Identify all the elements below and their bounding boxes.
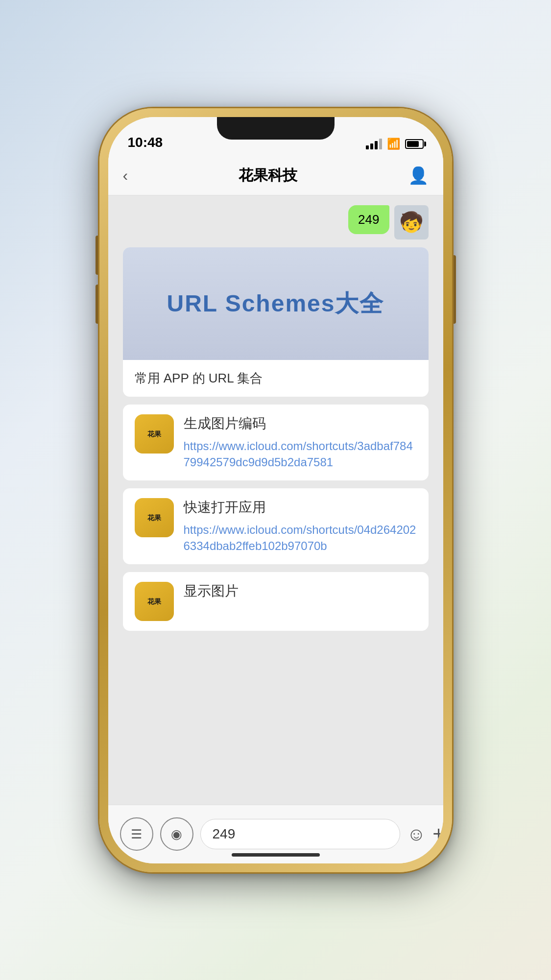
wifi-icon: 📶 [387, 138, 400, 150]
menu-icon: ☰ [131, 827, 142, 842]
message-input[interactable] [200, 819, 400, 849]
notch [217, 117, 335, 140]
status-time: 10:48 [128, 135, 163, 150]
item-content-3: 显示图片 [184, 582, 417, 605]
sent-message-bubble: 249 [348, 205, 389, 234]
signal-bar-4 [379, 139, 382, 149]
app-icon-3: 花果 [135, 582, 174, 621]
signal-bar-1 [366, 145, 369, 149]
list-item[interactable]: 花果 显示图片 [123, 572, 429, 631]
signal-bar-3 [375, 141, 378, 149]
nav-title: 花果科技 [239, 166, 297, 186]
item-content-2: 快速打开应用 https://www.icloud.com/shortcuts/… [184, 498, 417, 554]
card-subtitle: 常用 APP 的 URL 集合 [123, 360, 429, 397]
signal-bar-2 [370, 143, 373, 149]
phone-screen: 10:48 📶 ‹ 花果科技 👤 [108, 117, 443, 863]
item-content-1: 生成图片编码 https://www.icloud.com/shortcuts/… [184, 414, 417, 471]
avatar: 🧒 [394, 205, 429, 239]
item-title-1: 生成图片编码 [184, 414, 417, 433]
nav-bar: ‹ 花果科技 👤 [108, 156, 443, 195]
sent-message-text: 249 [358, 212, 379, 227]
content-area: 249 🧒 URL Schemes大全 常用 APP 的 URL 集合 花果 [108, 195, 443, 805]
app-icon-2: 花果 [135, 498, 174, 537]
card-banner-title: URL Schemes大全 [167, 288, 384, 319]
voice-icon: ◉ [171, 827, 182, 842]
contact-button[interactable]: 👤 [408, 166, 429, 185]
item-link-2[interactable]: https://www.icloud.com/shortcuts/04d2642… [184, 522, 417, 554]
status-icons: 📶 [366, 138, 424, 150]
menu-button[interactable]: ☰ [120, 817, 153, 851]
card-banner: URL Schemes大全 [123, 247, 429, 360]
battery-fill [407, 141, 419, 147]
phone-frame: 10:48 📶 ‹ 花果科技 👤 [99, 108, 452, 872]
plus-button[interactable]: + [432, 822, 443, 846]
battery-icon [405, 139, 424, 149]
app-icon-1: 花果 [135, 414, 174, 454]
list-item[interactable]: 花果 快速打开应用 https://www.icloud.com/shortcu… [123, 488, 429, 564]
emoji-button[interactable]: ☺ [407, 824, 426, 845]
home-indicator [232, 853, 320, 857]
item-link-1[interactable]: https://www.icloud.com/shortcuts/3adbaf7… [184, 438, 417, 471]
voice-button[interactable]: ◉ [160, 817, 193, 851]
signal-icon [366, 139, 382, 149]
item-title-2: 快速打开应用 [184, 498, 417, 517]
sent-message-row: 249 🧒 [123, 205, 429, 239]
card-message[interactable]: URL Schemes大全 常用 APP 的 URL 集合 [123, 247, 429, 397]
item-title-3: 显示图片 [184, 582, 417, 600]
list-item[interactable]: 花果 生成图片编码 https://www.icloud.com/shortcu… [123, 405, 429, 480]
back-button[interactable]: ‹ [123, 167, 128, 185]
